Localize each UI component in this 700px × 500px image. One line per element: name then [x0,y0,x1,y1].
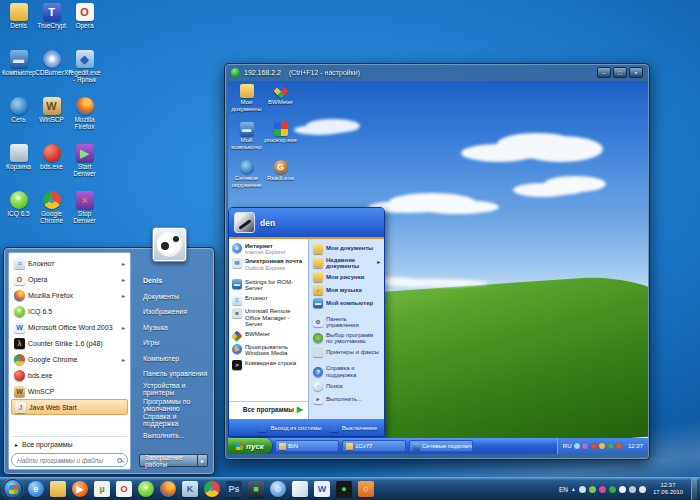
desktop-icon-computer[interactable]: Компьютер [2,50,35,97]
xp-place-my-computer[interactable]: Мой компьютер ▸ [311,297,382,310]
xp-menu-wmp[interactable]: Проигрыватель Windows Media [229,342,308,358]
xp-menu-internet[interactable]: Интернет Internet Explorer [229,241,308,257]
start-menu-place-control-panel[interactable]: Панель управления [139,366,208,382]
tray-users-icon[interactable] [579,486,586,493]
search-input[interactable] [17,457,117,464]
xp-place-printers[interactable]: Принтеры и факсы ▸ [311,346,382,359]
xp-place-help[interactable]: Справка и поддержка ▸ [311,364,382,380]
desktop-icon-firefox[interactable]: Mozilla Firefox [68,97,101,144]
start-orb-button[interactable] [3,479,23,499]
taskbar-icon-photoshop[interactable] [226,481,242,497]
window-titlebar[interactable]: 192.168.2.2 (Ctrl+F12 - настройки) –□× [225,64,649,81]
start-menu-place-computer[interactable]: Компьютер [139,351,208,367]
start-menu-item-java-web-start[interactable]: Java Web Start ▸ [11,399,128,415]
xp-place-default-programs[interactable]: Выбор программ по умолчанию ▸ [311,330,382,346]
start-menu-item-word[interactable]: Microsoft Office Word 2003 ▸ [11,319,128,335]
desktop-icon-opera[interactable]: Opera [68,3,101,50]
xp-clock[interactable]: 12:37 [628,443,643,449]
xp-all-programs-button[interactable]: Все программы ▶ [229,401,308,417]
xp-icon-rsadt[interactable]: Rsadt.exe [262,160,299,198]
xp-task-network-connections[interactable]: Сетевые подключе... [409,440,473,452]
shutdown-button[interactable]: Завершение работы [139,454,198,467]
tray-sync-icon[interactable] [589,486,596,493]
start-menu-place-music[interactable]: Музыка [139,320,208,336]
xp-remote-screen[interactable]: Мои документы BWMeter Мой компьютер proc… [228,81,648,454]
desktop-icon-winscp[interactable]: WinSCP [35,97,68,144]
taskbar-icon-notes-app[interactable] [292,481,308,497]
xp-tray-volume-icon[interactable] [616,443,622,449]
taskbar-icon-internet-explorer[interactable] [28,481,44,497]
taskbar-icon-word[interactable] [314,481,330,497]
all-programs-button[interactable]: ▸ Все программы [11,436,128,451]
start-menu-item-counter-strike[interactable]: Counter Strike 1.6 (p48) ▸ [11,335,128,351]
start-menu-item-opera[interactable]: Opera ▸ [11,271,128,287]
xp-shutdown-button[interactable]: Выключение [330,423,377,432]
clock[interactable]: 12:37 17.06.2010 [653,482,683,497]
start-menu-item-icq[interactable]: ICQ 6.5 ▸ [11,303,128,319]
desktop-icon-icq[interactable]: ICQ 6.5 [2,191,35,238]
start-menu-item-bds[interactable]: bds.exe ▸ [11,367,128,383]
xp-icon-bwmeter[interactable]: BWMeter [262,84,299,122]
desktop-icon-recycle-bin[interactable]: Корзина [2,144,35,191]
tray-network-icon[interactable] [629,486,636,493]
taskbar-icon-messenger[interactable] [270,481,286,497]
start-menu-place-documents[interactable]: Документы [139,289,208,305]
xp-icon-network-places[interactable]: Сетевое окружение [231,160,262,198]
start-menu-place-default-programs[interactable]: Программы по умолчанию [139,397,208,413]
xp-menu-email[interactable]: Электронная почта Outlook Express [229,257,308,273]
taskbar-icon-chrome[interactable] [204,481,220,497]
start-menu-item-winscp[interactable]: WinSCP ▸ [11,383,128,399]
xp-tray-red-icon[interactable] [591,443,597,449]
taskbar-icon-key-app[interactable] [182,481,198,497]
xp-tray-green-icon[interactable] [608,443,614,449]
xp-place-control-panel[interactable]: Панель управления ▸ [311,315,382,331]
start-menu-place-help[interactable]: Справка и поддержка [139,413,208,429]
xp-icon-my-documents[interactable]: Мои документы [231,84,262,122]
taskbar-icon-remote-screen[interactable] [248,481,264,497]
xp-menu-uninstall-rom[interactable]: Uninstall Remote Office Manager - Server [229,306,308,329]
taskbar-icon-utorrent[interactable] [94,481,110,497]
xp-task-bin[interactable]: BIN [275,440,339,452]
desktop-icon-denis[interactable]: Denis [2,3,35,50]
start-menu-place-run[interactable]: Выполнить... [139,428,208,444]
tray-action-center-flag-icon[interactable] [619,486,626,493]
language-indicator[interactable]: EN [559,486,568,493]
start-menu-place-devices[interactable]: Устройства и принтеры [139,382,208,398]
desktop-icon-chrome[interactable]: Google Chrome [35,191,68,238]
taskbar-icon-icq[interactable] [138,481,154,497]
xp-menu-notepad[interactable]: Блокнот [229,293,308,306]
desktop-icon-stop-denwer[interactable]: Stop Denwer [68,191,101,238]
hidden-icons-arrow[interactable]: ▲ [571,486,576,492]
desktop-icon-bds[interactable]: bds.exe [35,144,68,191]
xp-task-1cv77[interactable]: 1Cv77 [342,440,406,452]
taskbar-icon-media-player[interactable] [72,481,88,497]
xp-logoff-button[interactable]: Выход из системы [258,423,321,432]
tray-antivirus-icon[interactable] [609,486,616,493]
xp-place-my-pictures[interactable]: Мои рисунки ▸ [311,271,382,284]
shutdown-options-arrow[interactable]: ▸ [198,454,208,467]
xp-language-indicator[interactable]: RU [563,443,572,449]
desktop-icon-network[interactable]: Сеть [2,97,35,144]
xp-place-recent-documents[interactable]: Недавние документы ▸ [311,255,382,271]
start-menu-place-pictures[interactable]: Изображения [139,304,208,320]
xp-menu-rom-server-settings[interactable]: Settings for ROM-Server [229,277,308,293]
xp-icon-procexp[interactable]: procexp.exe [262,122,299,160]
desktop-icon-truecrypt[interactable]: TrueCrypt [35,3,68,50]
minimize-button[interactable]: – [597,67,611,78]
user-avatar[interactable] [152,227,187,262]
xp-menu-bwmeter[interactable]: BWMeter [229,329,308,342]
start-menu-item-chrome[interactable]: Google Chrome ▸ [11,351,128,367]
tray-volume-icon[interactable] [639,486,646,493]
xp-tray-status-icon[interactable] [599,443,605,449]
start-menu-item-firefox[interactable]: Mozilla Firefox ▸ [11,287,128,303]
close-button[interactable]: × [629,67,643,78]
start-menu-place-user[interactable]: Denis [139,273,208,289]
show-desktop-button[interactable] [691,478,697,500]
taskbar-icon-downloader[interactable] [358,481,374,497]
maximize-button[interactable]: □ [613,67,627,78]
xp-place-search[interactable]: Поиск ▸ [311,379,382,392]
desktop-icon-cdburnerxp[interactable]: CDBurnerXP [35,50,68,97]
start-menu-item-notepad[interactable]: Блокнот ▸ [11,255,128,271]
xp-place-my-documents[interactable]: Мои документы ▸ [311,242,382,255]
xp-icon-my-computer[interactable]: Мой компьютер [231,122,262,160]
